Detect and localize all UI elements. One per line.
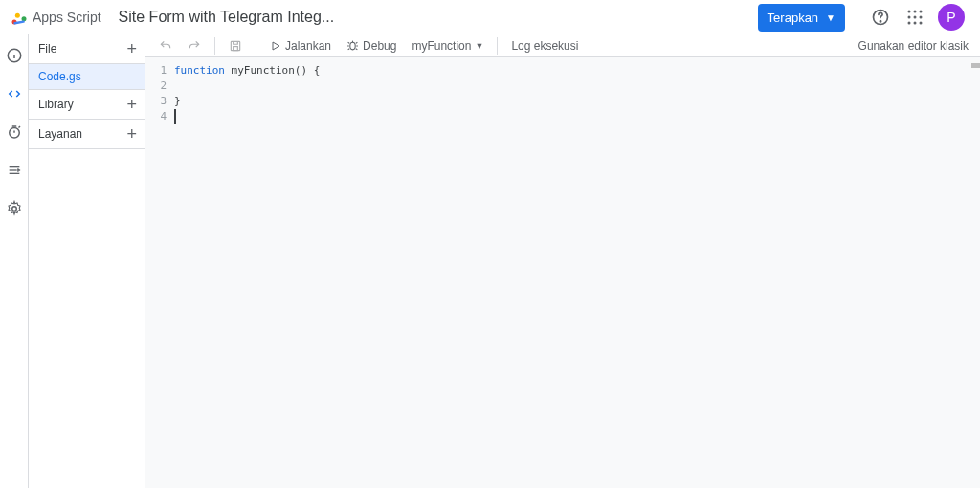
editor-panel: Jalankan Debug myFunction ▼ Log eksekusi… [145,34,980,488]
svg-point-24 [11,207,16,211]
function-selector[interactable]: myFunction ▼ [406,37,489,55]
svg-point-11 [920,16,923,19]
function-name: myFunction [412,39,471,53]
file-item[interactable]: Code.gs [29,64,145,89]
svg-marker-27 [273,42,279,50]
svg-line-31 [356,42,358,43]
code-content[interactable]: function myFunction() { } [174,63,980,488]
run-button[interactable]: Jalankan [264,37,337,55]
line-gutter: 1234 [145,63,174,488]
help-icon[interactable] [869,6,892,29]
top-header: Apps Script Site Form with Telegram Inte… [0,0,980,34]
svg-line-35 [356,49,358,50]
product-logo[interactable]: Apps Script [10,8,101,27]
project-title[interactable]: Site Form with Telegram Integ... [119,9,758,26]
rail-triggers[interactable] [3,121,26,144]
divider [214,37,215,55]
svg-point-1 [15,13,20,18]
cursor [174,109,176,124]
chevron-down-icon: ▼ [826,12,835,23]
services-header: Layanan + [29,120,145,148]
redo-button[interactable] [182,37,207,55]
library-label: Library [38,98,74,111]
debug-label: Debug [363,39,396,53]
execution-log-button[interactable]: Log eksekusi [505,37,584,55]
svg-point-28 [350,42,355,50]
svg-rect-26 [234,46,238,50]
scrollbar-marker[interactable] [971,63,980,68]
deploy-label: Terapkan [768,11,818,25]
svg-point-9 [908,16,911,19]
rail-settings[interactable] [3,197,26,220]
run-label: Jalankan [285,39,331,53]
svg-point-2 [22,16,27,21]
add-library-button[interactable]: + [126,96,137,113]
apps-script-icon [10,8,29,27]
files-header: File + [29,34,145,63]
chevron-down-icon: ▼ [475,41,483,51]
files-label: File [38,42,56,55]
product-name: Apps Script [33,10,101,25]
file-sidebar: File + Code.gs Library + Layanan + [29,34,145,488]
divider [857,6,858,29]
deploy-button[interactable]: Terapkan ▼ [758,4,845,32]
svg-point-6 [908,11,911,13]
editor-toolbar: Jalankan Debug myFunction ▼ Log eksekusi… [145,34,980,57]
rail-editor[interactable] [3,82,26,105]
add-service-button[interactable]: + [126,125,137,143]
svg-point-13 [914,22,917,25]
library-header: Library + [29,90,145,119]
account-avatar[interactable]: P [938,4,965,31]
svg-point-5 [880,21,880,22]
log-label: Log eksekusi [511,39,578,53]
services-label: Layanan [38,127,82,141]
svg-line-20 [18,126,20,128]
save-button[interactable] [223,37,248,55]
undo-button[interactable] [153,37,178,55]
svg-line-34 [348,49,350,50]
header-actions: Terapkan ▼ P [758,4,965,32]
svg-point-12 [908,22,911,25]
debug-button[interactable]: Debug [341,37,402,55]
svg-point-8 [920,11,923,13]
svg-point-14 [920,22,923,25]
main-area: File + Code.gs Library + Layanan + [0,34,980,488]
svg-point-10 [914,16,917,19]
add-file-button[interactable]: + [126,40,137,57]
code-editor[interactable]: 1234 function myFunction() { } [145,57,980,488]
rail-executions[interactable] [3,159,26,182]
rail-overview[interactable] [3,44,26,67]
svg-line-30 [348,42,350,43]
classic-editor-link[interactable]: Gunakan editor klasik [858,39,972,53]
apps-grid-icon[interactable] [903,6,926,29]
svg-point-7 [914,11,917,13]
divider [497,37,498,55]
divider [256,37,256,55]
left-rail [0,34,29,488]
